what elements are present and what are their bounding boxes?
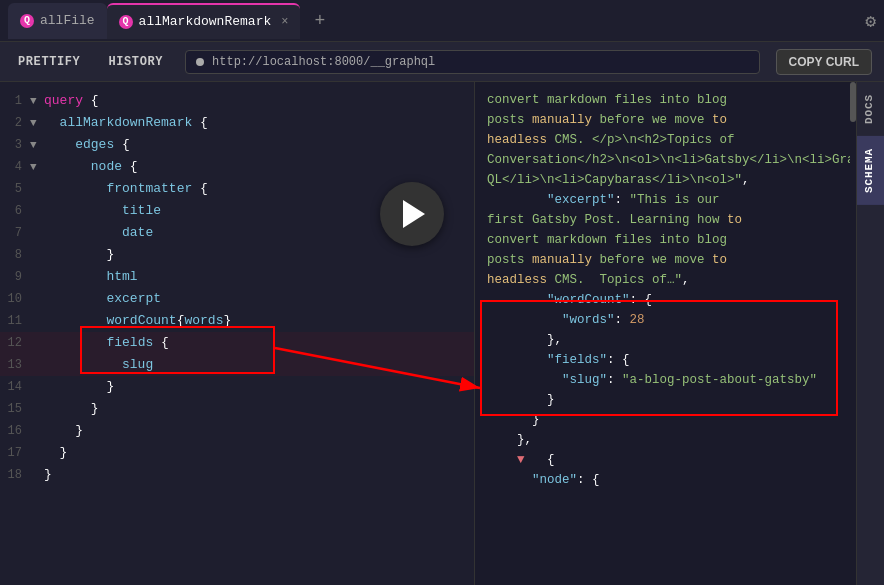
- code-line-13: 13 slug: [0, 354, 474, 376]
- tab-allMarkdownRemark[interactable]: Q allMarkdownRemark ×: [107, 3, 301, 39]
- code-line-8: 8 }: [0, 244, 474, 266]
- code-line-1: 1 ▼ query {: [0, 90, 474, 112]
- code-line-18: 18 }: [0, 464, 474, 486]
- close-icon[interactable]: ×: [281, 15, 288, 29]
- code-area[interactable]: 1 ▼ query { 2 ▼ allMarkdownRemark { 3 ▼ …: [0, 82, 474, 585]
- history-button[interactable]: HISTORY: [102, 51, 169, 73]
- prettify-button[interactable]: PRETTIFY: [12, 51, 86, 73]
- code-line-11: 11 wordCount{words}: [0, 310, 474, 332]
- main-content: 1 ▼ query { 2 ▼ allMarkdownRemark { 3 ▼ …: [0, 82, 884, 585]
- code-line-15: 15 }: [0, 398, 474, 420]
- code-line-9: 9 html: [0, 266, 474, 288]
- gear-icon[interactable]: ⚙: [865, 10, 876, 32]
- tab-label-allMarkdownRemark: allMarkdownRemark: [139, 14, 272, 29]
- code-line-10: 10 excerpt: [0, 288, 474, 310]
- code-line-17: 17 }: [0, 442, 474, 464]
- execute-query-button[interactable]: [380, 182, 444, 246]
- tab-bar: Q allFile Q allMarkdownRemark × + ⚙: [0, 0, 884, 42]
- scrollbar-thumb[interactable]: [850, 82, 856, 122]
- tab-icon-allMarkdownRemark: Q: [119, 15, 133, 29]
- code-line-16: 16 }: [0, 420, 474, 442]
- result-panel: convert markdown files into blog posts m…: [475, 82, 884, 585]
- code-line-14: 14 }: [0, 376, 474, 398]
- result-content[interactable]: convert markdown files into blog posts m…: [475, 82, 884, 585]
- code-line-4: 4 ▼ node {: [0, 156, 474, 178]
- tab-label-allFile: allFile: [40, 13, 95, 28]
- play-icon: [403, 200, 425, 228]
- copy-curl-button[interactable]: COPY CURL: [776, 49, 872, 75]
- docs-tab[interactable]: DOCS: [857, 82, 884, 136]
- tab-allFile[interactable]: Q allFile: [8, 3, 107, 39]
- url-bar: http://localhost:8000/__graphql: [185, 50, 760, 74]
- query-editor: 1 ▼ query { 2 ▼ allMarkdownRemark { 3 ▼ …: [0, 82, 475, 585]
- schema-tab[interactable]: SCHEMA: [857, 136, 884, 205]
- code-line-2: 2 ▼ allMarkdownRemark {: [0, 112, 474, 134]
- scrollbar-track: [850, 82, 856, 585]
- tab-icon-allFile: Q: [20, 14, 34, 28]
- code-line-12: 12 fields {: [0, 332, 474, 354]
- result-text: convert markdown files into blog posts m…: [487, 90, 872, 490]
- side-tabs: DOCS SCHEMA: [856, 82, 884, 585]
- code-line-3: 3 ▼ edges {: [0, 134, 474, 156]
- add-tab-button[interactable]: +: [308, 11, 331, 31]
- url-status-dot: [196, 58, 204, 66]
- url-text: http://localhost:8000/__graphql: [212, 55, 435, 69]
- toolbar: PRETTIFY HISTORY http://localhost:8000/_…: [0, 42, 884, 82]
